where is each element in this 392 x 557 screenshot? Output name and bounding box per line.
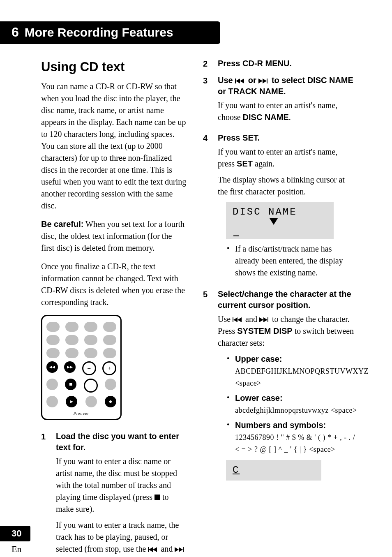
step-1: 1 Load the disc you want to enter text f…	[41, 431, 187, 557]
remote-plus-button: +	[102, 361, 116, 375]
svg-marker-13	[233, 317, 238, 322]
svg-rect-17	[267, 317, 268, 322]
remote-minus-button: –	[82, 361, 96, 375]
skip-forward-icon	[258, 79, 269, 83]
step-5: 5 Select/change the character at the cur…	[203, 289, 355, 485]
step-3-title: Use or to select DISC NAME or TRACK NAME…	[218, 75, 355, 97]
lower-case-item: Lower case: abcdefghijklmnopqrstuvwxyz <…	[227, 392, 369, 416]
finalize-paragraph: Once you finalize a CD-R, the text infor…	[41, 261, 187, 308]
step-2: 2 Press CD-R MENU.	[203, 58, 355, 70]
lcd-display-disc-name: DISC NAME	[226, 202, 334, 239]
svg-rect-0	[148, 547, 149, 552]
cursor-icon	[233, 235, 239, 236]
step-4-number: 4	[203, 132, 210, 284]
svg-marker-7	[236, 79, 240, 83]
step-4-bullet: If a disc/artist/track name has already …	[227, 243, 355, 279]
step-5-body: Use and to change the character. Press S…	[218, 313, 369, 349]
right-column: 2 Press CD-R MENU. 3 Use or to select DI…	[203, 58, 355, 557]
svg-rect-11	[267, 79, 267, 83]
step-1-title: Load the disc you want to enter text for…	[56, 431, 187, 453]
step-3-body: If you want to enter an artist's name, c…	[218, 99, 355, 123]
section-heading: Using CD text	[41, 58, 187, 76]
remote-record-button: ●	[105, 396, 116, 407]
skip-forward-icon	[175, 547, 185, 552]
remote-stop-button: ■	[65, 379, 76, 390]
step-2-number: 2	[203, 58, 210, 70]
svg-marker-3	[175, 547, 179, 552]
language-indicator: En	[12, 544, 21, 555]
left-column: Using CD text You can name a CD-R or CD-…	[41, 58, 187, 557]
page-number: 30	[0, 526, 30, 541]
careful-label: Be careful:	[41, 220, 83, 229]
remote-skip-back-button: ◂◂	[46, 361, 58, 373]
upper-case-chars: ABCDEFGHIJKLMNOPQRSTUVWXYZ <space>	[235, 367, 369, 387]
svg-marker-1	[149, 547, 153, 552]
skip-back-icon	[233, 317, 243, 322]
numbers-chars-2: < = > ? @ [ ] ^ _ ' { | } <space>	[235, 445, 335, 453]
svg-marker-16	[263, 317, 267, 322]
remote-brand: Pioneer	[46, 411, 116, 417]
remote-illustration: ◂◂ ▸▸ – + ■ ▸ ● Pioneer	[41, 315, 122, 421]
svg-marker-8	[240, 79, 244, 83]
step-1-body-a: If you want to enter a disc name or arti…	[56, 455, 187, 515]
system-disp-label: SYSTEM DISP	[237, 326, 292, 335]
set-label: SET	[237, 159, 253, 168]
svg-marker-14	[238, 317, 242, 322]
careful-paragraph: Be careful: When you set text for a four…	[41, 218, 187, 254]
svg-marker-10	[263, 79, 267, 83]
numbers-label: Numbers and symbols:	[235, 421, 326, 430]
lower-case-chars: abcdefghijklmnopqrstuvwxyz <space>	[235, 406, 357, 414]
upper-case-item: Upper case: ABCDEFGHIJKLMNOPQRSTUVWXYZ <…	[227, 353, 369, 389]
numbers-item: Numbers and symbols: 1234567890 ! " # $ …	[227, 419, 369, 455]
step-4-title: Press SET.	[218, 132, 355, 143]
step-3-number: 3	[203, 75, 210, 127]
stop-icon	[154, 495, 160, 500]
svg-marker-9	[258, 79, 263, 83]
numbers-chars-1: 1234567890 ! " # $ % & ' ( ) * + , - . /	[235, 433, 355, 441]
lower-case-label: Lower case:	[235, 393, 283, 402]
svg-marker-2	[153, 547, 157, 552]
step-5-title: Select/change the character at the curre…	[218, 289, 369, 311]
step-5-number: 5	[203, 289, 210, 485]
step-1-number: 1	[41, 431, 48, 557]
down-triangle-icon	[270, 218, 278, 225]
step-4-body-a: If you want to enter an artist's name, p…	[218, 146, 355, 170]
remote-play-button: ▸	[66, 396, 77, 407]
svg-marker-4	[179, 547, 183, 552]
upper-case-label: Upper case:	[235, 354, 282, 363]
display-text: DISC NAME	[233, 206, 297, 217]
svg-rect-6	[235, 79, 236, 83]
step-3: 3 Use or to select DISC NAME or TRACK NA…	[203, 75, 355, 127]
step-2-title: Press CD-R MENU.	[218, 58, 355, 69]
lcd-display-char: C	[226, 460, 321, 481]
remote-skip-fwd-button: ▸▸	[64, 361, 76, 373]
step-1-body-b: If you want to enter a track name, the t…	[56, 519, 187, 557]
skip-back-icon	[148, 547, 159, 552]
disc-name-label: DISC NAME	[243, 113, 289, 122]
svg-rect-5	[183, 547, 184, 552]
remote-control-button	[84, 379, 98, 393]
skip-forward-icon	[259, 317, 270, 322]
skip-back-icon	[235, 79, 246, 83]
display-char: C	[233, 465, 240, 476]
step-4-body-b: The display shows a blinking cursor at t…	[218, 174, 355, 198]
svg-rect-12	[233, 317, 233, 322]
chapter-header: 6 More Recording Features	[0, 21, 220, 44]
chapter-title: More Recording Features	[25, 25, 173, 39]
chapter-number: 6	[12, 25, 19, 40]
step-4: 4 Press SET. If you want to enter an art…	[203, 132, 355, 284]
svg-marker-15	[259, 317, 263, 322]
intro-paragraph: You can name a CD-R or CD-RW so that whe…	[41, 81, 187, 212]
